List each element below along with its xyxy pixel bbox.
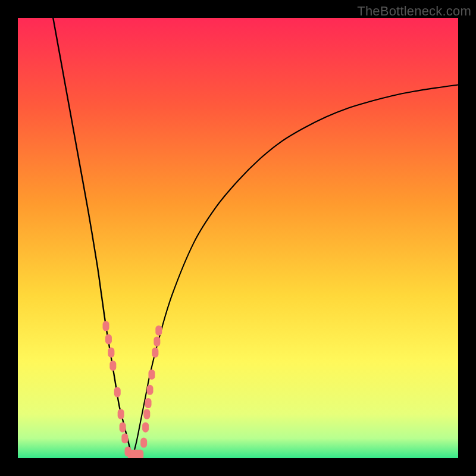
data-marker	[140, 438, 147, 448]
data-marker	[152, 347, 158, 358]
plot-area	[18, 18, 458, 458]
data-marker	[120, 422, 126, 433]
data-marker	[105, 334, 112, 345]
chart-frame: TheBottleneck.com	[0, 0, 476, 476]
data-marker	[148, 369, 155, 380]
data-marker	[121, 433, 128, 443]
data-marker	[145, 398, 152, 408]
data-marker	[109, 361, 116, 371]
data-marker	[137, 450, 143, 458]
bottleneck-chart-svg	[18, 18, 458, 458]
data-marker	[108, 347, 114, 358]
gradient-background	[18, 18, 458, 458]
data-marker	[114, 387, 121, 397]
watermark-text: TheBottleneck.com	[357, 4, 471, 19]
data-marker	[143, 409, 150, 419]
data-marker	[155, 325, 162, 336]
data-marker	[118, 409, 124, 419]
data-marker	[103, 321, 109, 331]
data-marker	[154, 336, 160, 346]
data-marker	[147, 385, 154, 395]
data-marker	[142, 422, 149, 433]
